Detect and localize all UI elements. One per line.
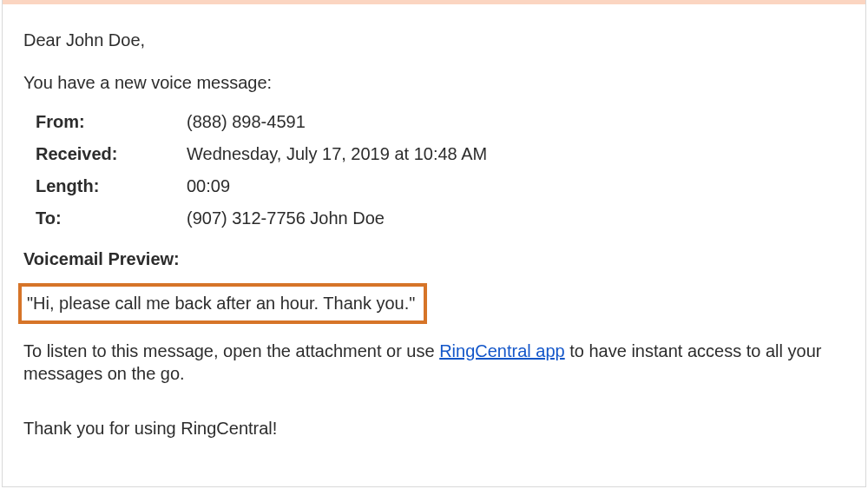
received-label: Received: xyxy=(36,142,187,166)
detail-row-length: Length: 00:09 xyxy=(36,175,845,198)
to-value: (907) 312-7756 John Doe xyxy=(187,207,845,230)
ringcentral-app-link[interactable]: RingCentral app xyxy=(439,341,565,360)
detail-row-to: To: (907) 312-7756 John Doe xyxy=(36,207,845,230)
instruction-text: To listen to this message, open the atta… xyxy=(23,340,845,386)
email-container: Dear John Doe, You have a new voice mess… xyxy=(2,0,866,487)
voicemail-preview-box: "Hi, please call me back after an hour. … xyxy=(18,283,427,324)
voicemail-preview-text: "Hi, please call me back after an hour. … xyxy=(27,294,415,313)
received-value: Wednesday, July 17, 2019 at 10:48 AM xyxy=(187,142,845,166)
thanks-text: Thank you for using RingCentral! xyxy=(23,417,845,440)
voicemail-preview-heading: Voicemail Preview: xyxy=(23,248,845,271)
email-content: Dear John Doe, You have a new voice mess… xyxy=(3,4,865,456)
instruction-pre: To listen to this message, open the atta… xyxy=(23,341,439,360)
length-label: Length: xyxy=(36,175,187,198)
to-label: To: xyxy=(36,207,187,230)
from-value: (888) 898-4591 xyxy=(187,110,845,134)
intro-text: You have a new voice message: xyxy=(23,71,845,95)
details-table: From: (888) 898-4591 Received: Wednesday… xyxy=(23,110,845,230)
length-value: 00:09 xyxy=(187,175,845,198)
detail-row-from: From: (888) 898-4591 xyxy=(36,110,845,134)
detail-row-received: Received: Wednesday, July 17, 2019 at 10… xyxy=(36,142,845,166)
greeting-text: Dear John Doe, xyxy=(23,29,845,52)
from-label: From: xyxy=(36,110,187,134)
